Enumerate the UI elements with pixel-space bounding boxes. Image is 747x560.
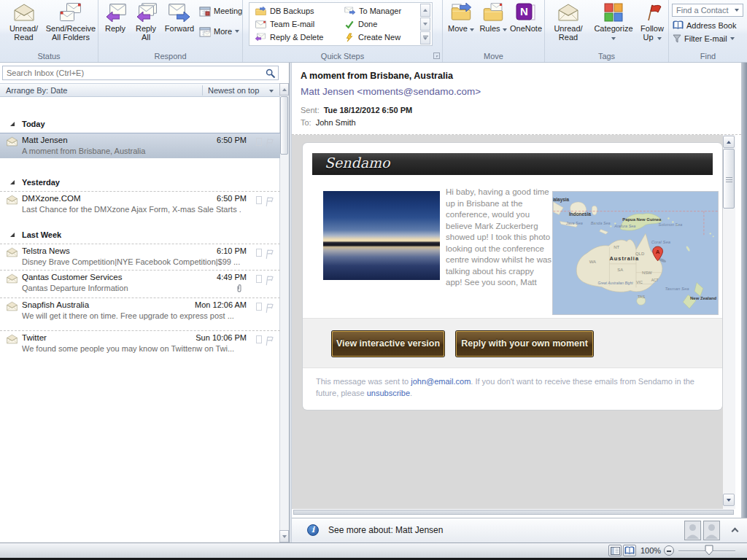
categorize-button[interactable]: Categorize <box>591 1 636 48</box>
reading-view-button[interactable] <box>623 545 636 556</box>
email-row-matt-jensen[interactable]: Matt Jensen 6:50 PM A moment from Brisba… <box>0 133 280 158</box>
scroll-down-button[interactable] <box>279 530 289 542</box>
collapse-chevron-icon[interactable] <box>732 528 739 535</box>
email-address-link[interactable]: john@email.com <box>411 377 471 386</box>
arrange-bar[interactable]: Arrange By: Date Newest on top <box>0 83 280 97</box>
email-flag-column[interactable] <box>256 303 275 314</box>
scroll-down-button[interactable] <box>723 494 735 506</box>
category-box-icon[interactable] <box>256 335 262 343</box>
category-box-icon[interactable] <box>256 138 262 146</box>
button-label: Move <box>448 24 468 33</box>
horizontal-scrollbar[interactable] <box>293 510 734 515</box>
quick-step-create-new[interactable]: Create New <box>344 31 400 43</box>
quick-step-db-backups[interactable]: DB Backups <box>255 5 314 17</box>
avatar-placeholder-icon[interactable] <box>684 521 701 540</box>
filter-email-button[interactable]: Filter E-mail <box>673 34 735 43</box>
search-icon[interactable] <box>266 69 276 79</box>
email-row-snapfish[interactable]: Snapfish Australia Mon 12:06 AM We will … <box>0 298 280 323</box>
sort-order-label[interactable]: Newest on top <box>208 86 259 95</box>
quick-step-label: To Manager <box>359 7 401 15</box>
email-message-text: Hi baby, having a good time up in Brisba… <box>446 187 552 289</box>
quick-step-label: Done <box>358 20 377 28</box>
group-header-yesterday[interactable]: Yesterday <box>0 176 280 190</box>
sent-label: Sent: <box>301 106 320 114</box>
reply-all-button[interactable]: Reply All <box>131 1 160 48</box>
email-flag-column[interactable] <box>256 275 275 286</box>
ribbon: Unread/ Read Send/Receive All Folders St… <box>0 0 747 63</box>
email-row-dmxzone[interactable]: DMXzone.COM 6:50 PM Last Chance for the … <box>0 191 280 217</box>
zoom-out-button[interactable] <box>664 545 674 556</box>
view-interactive-version-button[interactable]: View interactive version <box>332 331 444 357</box>
rules-button[interactable]: Rules <box>478 1 508 48</box>
group-header-last-week[interactable]: Last Week <box>0 229 280 242</box>
address-book-button[interactable]: Address Book <box>673 20 736 30</box>
quick-steps-scroll <box>420 4 431 44</box>
quick-step-reply-delete[interactable]: Reply & Delete <box>255 31 323 43</box>
email-body-area: Sendamo Hi baby, having a good time up i… <box>292 135 741 509</box>
scroll-up-button[interactable] <box>723 136 735 148</box>
more-bar-icon <box>423 36 428 36</box>
email-row-qantas[interactable]: Qantas Customer Services 4:49 PM Qantas … <box>0 270 280 295</box>
flag-outline-icon[interactable] <box>264 249 275 260</box>
reading-pane: A moment from Brisbane, Australia Matt J… <box>292 63 741 518</box>
email-flag-column[interactable] <box>256 335 275 346</box>
category-box-icon[interactable] <box>256 303 262 311</box>
quick-steps-scroll-down[interactable] <box>420 18 430 31</box>
group-header-today[interactable]: Today <box>0 118 280 131</box>
email-to-line: To:John Smith <box>301 118 356 127</box>
flag-outline-icon[interactable] <box>264 303 275 314</box>
to-value: John Smith <box>316 118 356 127</box>
email-flag-column[interactable] <box>256 196 275 207</box>
category-box-icon[interactable] <box>256 196 262 204</box>
flag-outline-icon[interactable] <box>264 275 275 286</box>
unread-read-button[interactable]: Unread/ Read <box>3 1 44 48</box>
email-flag-column[interactable] <box>256 138 275 149</box>
normal-view-button[interactable] <box>608 545 622 556</box>
find-contact-combobox[interactable]: Find a Contact <box>672 4 743 17</box>
email-sent-line: Sent:Tue 18/12/2012 6:50 PM <box>301 106 412 114</box>
quick-step-team-email[interactable]: Team E-mail <box>255 18 314 30</box>
email-row-telstra[interactable]: Telstra News 6:10 PM Disney Brave Compet… <box>0 244 280 269</box>
quick-steps-scroll-up[interactable] <box>420 4 430 17</box>
email-scrollbar[interactable] <box>723 135 735 509</box>
arrange-by-label[interactable]: Arrange By: Date <box>6 86 67 95</box>
list-scrollbar[interactable] <box>279 83 289 542</box>
flag-outline-icon[interactable] <box>264 138 275 149</box>
category-box-icon[interactable] <box>256 275 262 283</box>
unsubscribe-link[interactable]: unsubscribe <box>367 389 410 397</box>
group-header-label: Yesterday <box>22 178 60 187</box>
zoom-slider-handle[interactable] <box>705 545 713 556</box>
onenote-button[interactable]: N OneNote <box>508 1 543 48</box>
outlook-window: Unread/ Read Send/Receive All Folders St… <box>0 0 747 560</box>
email-subject: A moment from Brisbane, Australia <box>22 147 241 155</box>
svg-text:Australia: Australia <box>609 255 639 262</box>
forward-button[interactable]: Forward <box>161 1 198 48</box>
follow-up-button[interactable]: Follow Up <box>638 1 667 48</box>
scrollbar-thumb[interactable] <box>280 96 288 155</box>
avatar-placeholder-icon[interactable] <box>703 521 720 540</box>
search-input[interactable] <box>2 66 279 80</box>
move-button[interactable]: Move <box>446 1 476 48</box>
reply-own-moment-button[interactable]: Reply with your own moment <box>456 331 593 357</box>
email-flag-column[interactable] <box>256 249 275 260</box>
open-envelope-icon <box>6 247 18 257</box>
category-box-icon[interactable] <box>256 249 262 257</box>
reply-button[interactable]: Reply <box>101 1 130 48</box>
quick-steps-more[interactable] <box>420 31 430 44</box>
meeting-button[interactable]: Meeting <box>199 4 242 18</box>
open-envelope-icon <box>6 136 18 147</box>
scroll-up-button[interactable] <box>279 83 289 96</box>
sort-dropdown-icon[interactable] <box>269 90 274 93</box>
quick-step-to-manager[interactable]: To Manager <box>344 5 401 17</box>
open-envelope-icon <box>6 334 18 344</box>
scrollbar-thumb[interactable] <box>723 149 735 209</box>
flag-outline-icon[interactable] <box>264 335 275 346</box>
unread-read-tags-button[interactable]: Unread/ Read <box>547 1 589 48</box>
reply-all-icon <box>134 3 158 22</box>
send-receive-button[interactable]: Send/Receive All Folders <box>45 1 96 48</box>
more-respond-button[interactable]: More <box>199 25 239 38</box>
quick-step-done[interactable]: Done <box>344 18 377 30</box>
quick-steps-dialog-launcher[interactable] <box>433 52 440 59</box>
flag-outline-icon[interactable] <box>264 196 275 207</box>
email-row-twitter[interactable]: Twitter Sun 10:06 PM We found some peopl… <box>0 330 280 356</box>
